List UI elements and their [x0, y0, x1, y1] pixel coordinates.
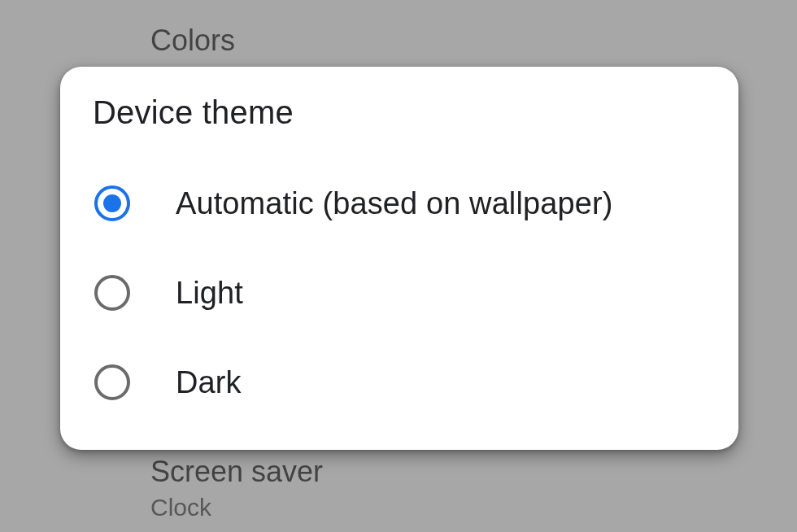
radio-icon — [94, 364, 130, 400]
radio-icon — [94, 275, 130, 311]
dialog-title: Device theme — [93, 94, 706, 131]
theme-option-dark[interactable]: Dark — [93, 338, 706, 427]
theme-option-automatic[interactable]: Automatic (based on wallpaper) — [93, 159, 706, 248]
theme-option-light[interactable]: Light — [93, 248, 706, 338]
radio-icon — [94, 185, 130, 221]
theme-option-label: Light — [176, 276, 243, 311]
device-theme-dialog: Device theme Automatic (based on wallpap… — [60, 67, 738, 450]
theme-option-label: Dark — [176, 365, 242, 400]
theme-option-label: Automatic (based on wallpaper) — [176, 186, 612, 221]
